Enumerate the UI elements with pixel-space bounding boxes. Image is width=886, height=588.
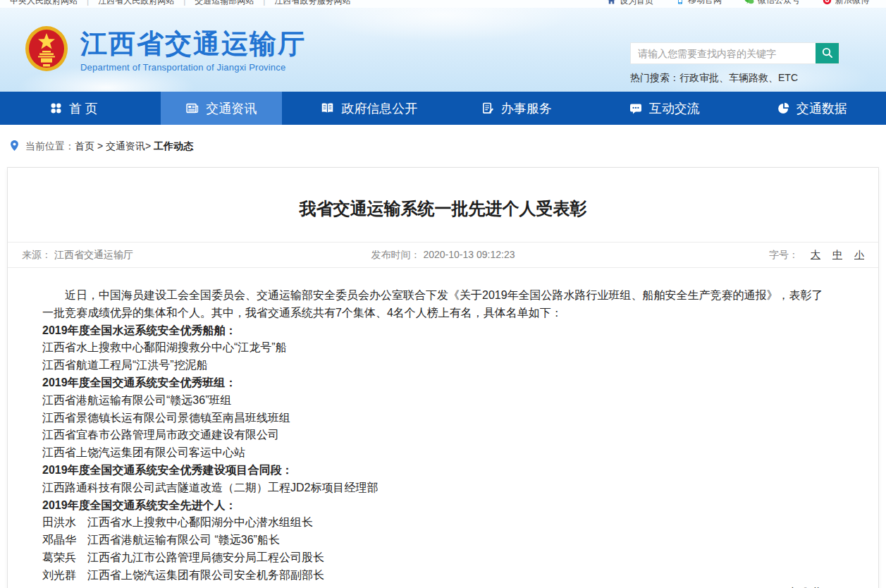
quick-link-mobile-site[interactable]: 移动官网 — [676, 0, 722, 6]
quick-link-label: 新浪微博 — [835, 0, 869, 6]
topbar-link[interactable]: 江西省政务服务网站 — [274, 0, 350, 6]
article-paragraph: 2019年度全国交通系统安全先进个人： — [42, 497, 832, 515]
nav-item-label: 首 页 — [69, 100, 98, 117]
nav-item-pill: 办事服务 — [457, 92, 577, 125]
nav-item-label: 交通数据 — [796, 100, 847, 117]
site-title: 江西省交通运输厅 — [80, 29, 306, 59]
site-header: 江西省交通运输厅 Department of Transportation of… — [0, 8, 886, 92]
publish-label: 发布时间： — [371, 249, 421, 260]
article-paragraph: 江西省航道工程局“江洪号”挖泥船 — [42, 357, 832, 374]
article-paragraph: 江西省港航运输有限公司“赣远36”班组 — [42, 392, 832, 410]
nav-item-label: 办事服务 — [501, 100, 552, 117]
hot-search-terms[interactable]: 行政审批、车辆路救、ETC — [679, 72, 798, 83]
article-body: 近日，中国海员建设工会全国委员会、交通运输部安全委员会办公室联合下发《关于201… — [8, 268, 878, 588]
topbar-link[interactable]: 中央人民政府网站 — [10, 0, 78, 6]
article-paragraph: 2019年度全国交通系统安全优秀班组： — [42, 374, 832, 392]
search-area: 热门搜索：行政审批、车辆路救、ETC — [630, 42, 839, 85]
nav-item-label: 交通资讯 — [206, 100, 257, 117]
article-paragraph: 2019年度全国交通系统安全优秀建设项目合同段： — [42, 462, 832, 479]
breadcrumb-trail: 首页 > 交通资讯> 工作动态 — [75, 140, 193, 153]
article-paragraph: 刘光群 江西省上饶汽运集团有限公司安全机务部副部长 — [42, 567, 832, 584]
article-paragraph: 田洪水 江西省水上搜救中心鄱阳湖分中心潜水组组长 — [42, 514, 832, 532]
source-label: 来源： — [22, 249, 51, 260]
font-size-option-小[interactable]: 小 — [854, 249, 864, 260]
site-subtitle: Department of Transportation of Jiangxi … — [80, 62, 306, 73]
font-size-label: 字号： — [769, 249, 799, 260]
nav-item-pill: 政府信息公开 — [295, 92, 443, 125]
font-size-option-大[interactable]: 大 — [811, 249, 820, 260]
font-size-options: 大中小 — [799, 249, 864, 260]
article-paragraph: 江西省宜春市公路管理局市政交通建设有限公司 — [42, 427, 832, 444]
breadcrumb-link[interactable]: 交通资讯 — [106, 140, 145, 152]
grid-icon — [50, 102, 62, 114]
book-icon — [321, 102, 334, 114]
article-paragraph: 江西省水上搜救中心鄱阳湖搜救分中心“江龙号”船 — [42, 339, 832, 357]
article-publish-time: 发布时间： 2020-10-13 09:12:23 — [371, 249, 515, 262]
location-pin-icon — [10, 140, 19, 154]
publish-value: 2020-10-13 09:12:23 — [423, 249, 515, 260]
nav-item-interaction[interactable]: 互动交流 — [591, 92, 739, 125]
wechat-icon — [744, 0, 754, 5]
nav-item-pill: 交通数据 — [752, 92, 873, 125]
topbar-quick-links: 设为首页移动官网微信公众号新浪微博 — [584, 0, 869, 7]
hot-search-label: 热门搜索： — [630, 72, 679, 83]
breadcrumb-link[interactable]: 首页 — [75, 140, 94, 152]
home-icon — [607, 0, 616, 5]
chat-icon — [629, 103, 642, 114]
topbar-separator: | — [263, 0, 265, 6]
breadcrumb-label: 当前位置： — [25, 140, 75, 153]
search-button[interactable] — [816, 43, 839, 63]
topbar-separator: | — [87, 0, 89, 6]
nav-item-home[interactable]: 首 页 — [0, 92, 148, 125]
quick-link-label: 微信公众号 — [758, 0, 800, 6]
article-paragraph: 2019年度全国水运系统安全优秀船舶： — [42, 322, 832, 340]
news-icon — [186, 102, 199, 114]
nav-item-services[interactable]: 办事服务 — [443, 92, 591, 125]
quick-link-set-homepage[interactable]: 设为首页 — [607, 0, 653, 7]
breadcrumb-separator: > — [94, 140, 106, 152]
weibo-icon — [823, 0, 832, 5]
nav-item-pill: 首 页 — [25, 92, 123, 125]
article-paragraph: 邓晶华 江西省港航运输有限公司 “赣远36”船长 — [42, 532, 832, 549]
topbar-links: 中央人民政府网站|江西省人民政府网站|交通运输部网站|江西省政务服务网站 — [10, 0, 350, 7]
main-nav: 首 页交通资讯政府信息公开办事服务互动交流交通数据 — [0, 92, 886, 125]
article-paragraph: 江西省上饶汽运集团有限公司客运中心站 — [42, 444, 832, 462]
top-utility-bar: 中央人民政府网站|江西省人民政府网站|交通运输部网站|江西省政务服务网站 设为首… — [0, 0, 886, 8]
article-meta-row: 来源： 江西省交通运输厅 发布时间： 2020-10-13 09:12:23 字… — [8, 242, 878, 268]
search-icon — [821, 47, 833, 61]
nav-item-pill: 互动交流 — [604, 92, 725, 125]
article-paragraph: 江西省景德镇长运有限公司景德镇至南昌班线班组 — [42, 410, 832, 427]
breadcrumb-current: 工作动态 — [154, 140, 193, 152]
breadcrumb: 当前位置： 首页 > 交通资讯> 工作动态 — [0, 125, 886, 167]
nav-item-news[interactable]: 交通资讯 — [148, 92, 296, 125]
page: 中央人民政府网站|江西省人民政府网站|交通运输部网站|江西省政务服务网站 设为首… — [0, 0, 886, 588]
nav-item-label: 政府信息公开 — [341, 100, 417, 117]
breadcrumb-separator: > — [145, 140, 154, 152]
search-input[interactable] — [631, 43, 816, 63]
quick-link-label: 设为首页 — [620, 0, 653, 7]
article-paragraph: 葛荣兵 江西省九江市公路管理局德安分局工程公司股长 — [42, 549, 832, 567]
article-signature: （张雅琪） — [42, 584, 832, 588]
national-emblem-icon — [24, 25, 69, 77]
nav-item-gov-info[interactable]: 政府信息公开 — [295, 92, 443, 125]
font-size-control: 字号：大中小 — [515, 249, 864, 262]
article-container: 我省交通运输系统一批先进个人受表彰 来源： 江西省交通运输厅 发布时间： 202… — [7, 167, 879, 588]
article-paragraph: 近日，中国海员建设工会全国委员会、交通运输部安全委员会办公室联合下发《关于201… — [42, 287, 832, 322]
topbar-separator: | — [183, 0, 185, 6]
site-brand[interactable]: 江西省交通运输厅 Department of Transportation of… — [24, 25, 306, 77]
topbar-link[interactable]: 交通运输部网站 — [195, 0, 254, 6]
nav-item-label: 互动交流 — [649, 100, 700, 117]
font-size-option-中[interactable]: 中 — [832, 249, 842, 260]
source-value: 江西省交通运输厅 — [54, 249, 133, 260]
nav-item-data[interactable]: 交通数据 — [739, 92, 886, 125]
mobile-icon — [676, 0, 684, 5]
nav-item-pill: 交通资讯 — [161, 92, 282, 125]
quick-link-weibo[interactable]: 新浪微博 — [823, 0, 869, 6]
article-paragraph: 江西路通科技有限公司武吉隧道改造（二期）工程JD2标项目经理部 — [42, 479, 832, 497]
quick-link-label: 移动官网 — [688, 0, 722, 6]
topbar-link[interactable]: 江西省人民政府网站 — [98, 0, 174, 6]
quick-link-wechat[interactable]: 微信公众号 — [744, 0, 800, 6]
article-title: 我省交通运输系统一批先进个人受表彰 — [8, 168, 878, 242]
pie-icon — [777, 102, 789, 114]
service-icon — [482, 102, 494, 114]
